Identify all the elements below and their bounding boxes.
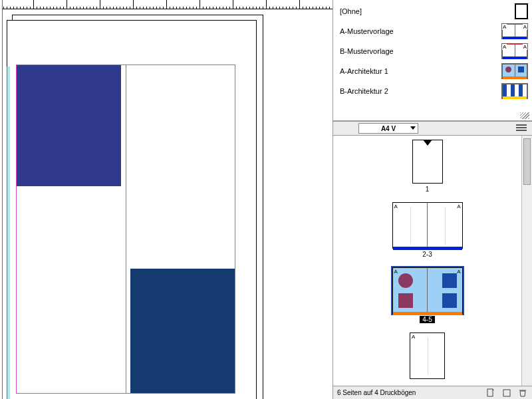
spread-6[interactable]: A xyxy=(410,332,445,379)
spread-1[interactable]: 1 xyxy=(412,140,443,193)
master-item-bmuster[interactable]: B-Mustervorlage AA xyxy=(333,41,532,61)
chevron-down-icon xyxy=(410,126,416,130)
master-item-amuster[interactable]: A-Mustervorlage AA xyxy=(333,21,532,41)
master-label: A-Architektur 1 xyxy=(340,67,388,75)
master-thumb-bmuster[interactable]: AA xyxy=(501,43,528,59)
spread-4-5[interactable]: A A 4-5 xyxy=(392,267,463,323)
master-item-none[interactable]: [Ohne] xyxy=(333,1,532,21)
master-pages-panel[interactable]: [Ohne] A-Mustervorlage AA B-Mustervorlag… xyxy=(333,0,532,121)
page-label: 4-5 xyxy=(420,316,434,323)
page-thumb-1[interactable] xyxy=(412,140,443,184)
document-canvas[interactable] xyxy=(0,0,332,399)
page-thumb-4-5[interactable]: A A xyxy=(392,267,463,314)
new-page-icon[interactable] xyxy=(485,388,496,398)
column-divider xyxy=(126,65,126,393)
shape-square-icon xyxy=(398,293,413,308)
master-thumb-none[interactable] xyxy=(515,3,528,19)
master-item-arch2[interactable]: B-Architektur 2 xyxy=(333,81,532,101)
pages-panel-toolbar: A4 V xyxy=(333,121,532,136)
page-size-value: A4 V xyxy=(381,125,396,132)
page-label: 1 xyxy=(426,186,430,193)
guide-line[interactable] xyxy=(7,66,10,399)
page-size-dropdown[interactable]: A4 V xyxy=(358,123,418,134)
master-thumb-arch2[interactable] xyxy=(501,83,528,99)
delete-page-icon[interactable] xyxy=(517,388,528,398)
pages-panel[interactable]: 1 A A 2-3 A A xyxy=(333,136,532,399)
shape-circle-icon xyxy=(398,273,413,288)
scrollbar-thumb[interactable] xyxy=(523,138,531,185)
shape-square-icon xyxy=(442,273,457,288)
shape-square-icon xyxy=(442,293,457,308)
master-label: A-Mustervorlage xyxy=(340,27,394,35)
master-thumb-arch1[interactable] xyxy=(501,63,528,79)
ruler-vertical[interactable] xyxy=(0,0,3,399)
svg-rect-0 xyxy=(487,389,493,396)
image-frame-top-left[interactable] xyxy=(17,65,121,186)
page-frame[interactable] xyxy=(16,65,235,394)
new-page-icon-alt[interactable] xyxy=(501,388,512,398)
page-label: 2-3 xyxy=(422,251,432,258)
panel-menu-icon[interactable] xyxy=(516,124,527,132)
master-thumb-amuster[interactable]: AA xyxy=(501,23,528,39)
panel-resize-grip[interactable] xyxy=(520,112,529,119)
master-label: B-Mustervorlage xyxy=(340,47,394,55)
page-thumb-6[interactable]: A xyxy=(410,332,445,379)
master-label: B-Architektur 2 xyxy=(340,87,388,95)
master-item-arch1[interactable]: A-Architektur 1 xyxy=(333,61,532,81)
scrollbar-vertical[interactable] xyxy=(521,136,532,386)
start-marker-icon xyxy=(423,140,432,146)
pages-status-text: 6 Seiten auf 4 Druckbögen xyxy=(337,389,416,396)
svg-rect-1 xyxy=(503,390,510,396)
master-label: [Ohne] xyxy=(340,7,362,15)
ruler-horizontal[interactable] xyxy=(0,0,332,9)
spread-2-3[interactable]: A A 2-3 xyxy=(392,202,463,258)
panels-column: [Ohne] A-Mustervorlage AA B-Mustervorlag… xyxy=(332,0,532,399)
pages-panel-footer: 6 Seiten auf 4 Druckbögen xyxy=(333,386,532,399)
page-thumb-2-3[interactable]: A A xyxy=(392,202,463,249)
image-frame-bottom-right[interactable] xyxy=(130,269,235,393)
